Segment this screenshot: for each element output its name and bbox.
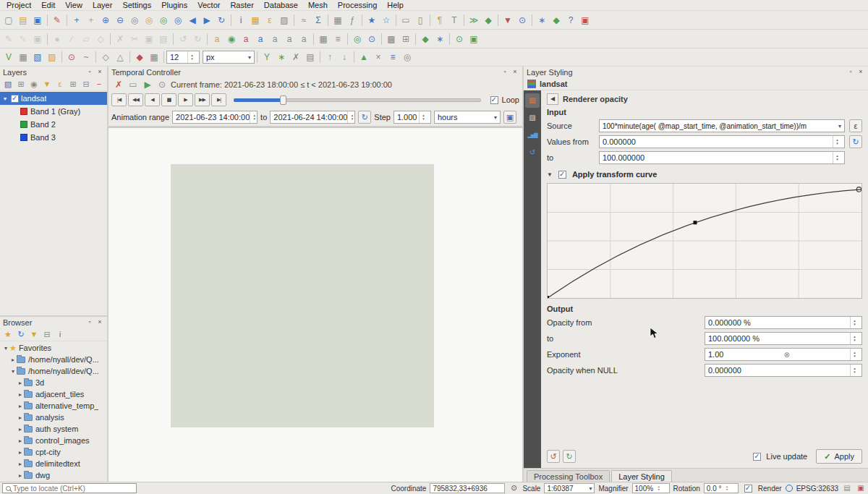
values-from-field[interactable]: 0.000000 ▴▾ [599, 135, 845, 148]
exponent-spinner[interactable]: ▴▾ [850, 349, 859, 360]
move-label-icon[interactable]: a [268, 33, 281, 46]
apply-button[interactable]: ✓ Apply [816, 449, 862, 464]
browser-item[interactable]: ▸adjacent_tiles [0, 388, 107, 400]
values-to-spinner[interactable]: ▴▾ [833, 152, 841, 163]
transparency-tab-icon[interactable]: ▨ [525, 111, 540, 125]
select-by-expression-icon[interactable]: ε [263, 14, 276, 27]
change-label-icon[interactable]: a [297, 33, 310, 46]
measure-icon[interactable]: ≈ [297, 14, 310, 27]
expression-builder-icon[interactable]: ε [849, 119, 862, 132]
add-delimited-layer-icon[interactable]: ▨ [46, 51, 59, 64]
extents-icon[interactable]: ⊙ [509, 483, 519, 493]
python-console-icon[interactable]: ≫ [467, 14, 480, 27]
skip-start-button[interactable]: |◀ [111, 93, 127, 106]
menu-plugins[interactable]: Plugins [156, 1, 192, 9]
close-panel-icon[interactable]: × [95, 318, 104, 327]
back-icon[interactable]: ◀ [547, 93, 558, 105]
open-layer-styling-icon[interactable]: ▧ [2, 78, 14, 90]
layout-manager-icon[interactable]: ▯ [414, 14, 427, 27]
layer-item[interactable]: Band 2 [0, 118, 107, 131]
style-copy-icon[interactable]: Y [260, 51, 273, 64]
step-spinner[interactable]: ▴▾ [419, 111, 427, 123]
temporal-off-icon[interactable]: ✗ [112, 78, 125, 91]
skip-end-button[interactable]: ▶| [211, 93, 226, 106]
rotation-spinner[interactable]: ▴▾ [724, 484, 731, 493]
locate-box[interactable] [2, 483, 137, 493]
zoom-out-icon[interactable]: ⊖ [114, 14, 127, 27]
opacity-null-spinner[interactable]: ▴▾ [850, 365, 859, 376]
browser-refresh-icon[interactable]: ↻ [15, 328, 27, 340]
menu-processing[interactable]: Processing [333, 1, 382, 9]
new-layout-icon[interactable]: ▭ [399, 14, 412, 27]
frame-forward-button[interactable]: ▶▶ [195, 93, 210, 106]
menu-view[interactable]: View [60, 1, 88, 9]
raster-calculator-icon[interactable]: ▩ [385, 33, 398, 46]
layer-stack-icon[interactable]: ≡ [386, 51, 399, 64]
attribute-table-icon[interactable]: ▦ [331, 14, 344, 27]
browser-properties-icon[interactable]: i [54, 328, 66, 340]
layer-checkbox[interactable] [11, 95, 19, 103]
remove-layer-icon[interactable]: − [93, 78, 105, 90]
new-project-icon[interactable]: ▢ [2, 14, 15, 27]
map-canvas[interactable] [109, 127, 522, 482]
plugins-icon[interactable]: ◆ [482, 14, 495, 27]
log-icon[interactable]: ▣ [579, 14, 592, 27]
timeline-slider[interactable] [234, 93, 481, 106]
georeferencer-icon[interactable]: ⊞ [399, 33, 412, 46]
menu-edit[interactable]: Edit [36, 1, 60, 9]
browser-item[interactable]: ▸3d [0, 377, 107, 388]
notifications-icon[interactable]: ▤ [842, 483, 852, 493]
clear-format-icon[interactable]: ✗ [289, 51, 302, 64]
collapse-triangle-icon[interactable]: ▼ [547, 171, 553, 178]
expander-icon[interactable]: ▾ [2, 345, 9, 352]
vegetation-icon[interactable]: ▲ [357, 51, 370, 64]
tab-processing-toolbox[interactable]: Processing Toolbox [527, 470, 610, 482]
zoom-next-icon[interactable]: ▶ [200, 14, 213, 27]
manage-themes-icon[interactable]: ◉ [28, 78, 40, 90]
play-forward-button[interactable]: ▶ [178, 93, 193, 106]
zoom-native-icon[interactable]: ◎ [128, 14, 141, 27]
clear-value-icon[interactable]: ⊗ [784, 351, 790, 359]
play-backward-button[interactable]: ◀ [145, 93, 160, 106]
symbol-tree-icon[interactable]: ∗ [275, 51, 288, 64]
fetch-values-icon[interactable]: ↻ [849, 135, 862, 148]
close-panel-icon[interactable]: × [856, 68, 865, 77]
menu-settings[interactable]: Settings [117, 1, 156, 9]
menu-mesh[interactable]: Mesh [303, 1, 333, 9]
pause-button[interactable]: ▮▮ [161, 93, 176, 106]
qfield-sync-icon[interactable]: ▣ [467, 33, 480, 46]
pan-to-selection-icon[interactable]: + [85, 14, 98, 27]
expander-icon[interactable]: ▸ [9, 357, 17, 363]
opacity-to-spinner[interactable]: ▴▾ [850, 333, 859, 344]
values-from-spinner[interactable]: ▴▾ [833, 136, 841, 148]
opacity-to-field[interactable]: 100.000000 % ▴▾ [705, 332, 862, 345]
redo-style-icon[interactable]: ↻ [563, 450, 576, 463]
expander-icon[interactable]: ▸ [17, 414, 24, 421]
browser-collapse-icon[interactable]: ⊟ [41, 328, 53, 340]
layer-item[interactable]: ▾landsat [0, 92, 107, 105]
show-bookmarks-icon[interactable]: ☆ [380, 14, 393, 27]
identify-icon[interactable]: i [234, 14, 247, 27]
metasearch-icon[interactable]: ◎ [351, 33, 364, 46]
transform-curve-editor[interactable] [547, 183, 862, 299]
messages-icon[interactable]: ▣ [856, 483, 866, 493]
pin-overlay-icon[interactable]: ▼ [501, 14, 514, 27]
range-end-spinner[interactable]: ▴▾ [347, 111, 355, 123]
zoom-in-icon[interactable]: ⊕ [99, 14, 112, 27]
add-raster-layer-icon[interactable]: ▦ [17, 51, 30, 64]
zoom-last-icon[interactable]: ◀ [186, 14, 199, 27]
open-project-icon[interactable]: ▤ [17, 14, 30, 27]
browser-item[interactable]: ▾/home/nyall/dev/Q... [0, 365, 107, 377]
locate-input[interactable] [13, 485, 136, 493]
processing-history-icon[interactable]: ∗ [433, 33, 446, 46]
render-checkbox[interactable] [744, 485, 752, 493]
expander-icon[interactable]: ▸ [17, 403, 24, 409]
float-panel-icon[interactable]: ▫ [501, 68, 509, 77]
fixed-range-icon[interactable]: ▭ [127, 78, 140, 91]
browser-item[interactable]: ▾★Favorites [0, 342, 107, 354]
transform-curve-checkbox[interactable] [558, 171, 566, 179]
expander-icon[interactable]: ▸ [17, 380, 24, 386]
rotate-label-icon[interactable]: a [283, 33, 296, 46]
browser-item[interactable]: ▸analysis [0, 412, 107, 423]
text-color-icon[interactable]: ◆ [133, 51, 146, 64]
